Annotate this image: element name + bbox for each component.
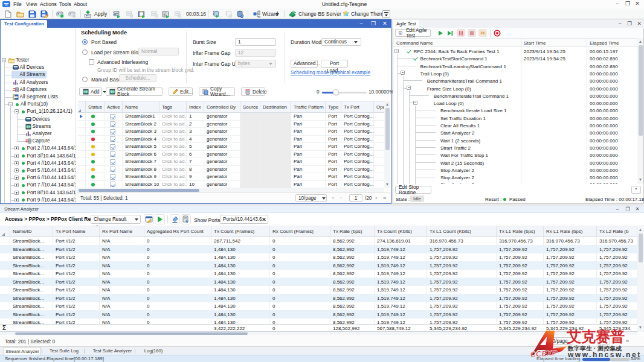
stream-col-Index[interactable]: Index xyxy=(187,101,204,113)
apply-label[interactable]: Apply xyxy=(94,8,107,19)
results-col-tx-l2-rate-b[interactable]: Tx L2 Rate (b xyxy=(597,226,637,237)
agile-row[interactable]: Benchmark Iterate Load Size 100:00:00.00… xyxy=(393,107,637,114)
skip-to-end-button[interactable] xyxy=(478,29,487,37)
results-minimize-icon[interactable]: – xyxy=(614,206,621,213)
tree-item-capture[interactable]: Capture xyxy=(1,138,76,145)
stream-col-Controlled By[interactable]: Controlled By xyxy=(204,101,240,113)
tab-test-configuration[interactable]: Test Configuration xyxy=(1,20,47,28)
tags-cell[interactable]: Click to ad... xyxy=(159,143,187,151)
tags-cell[interactable]: Click to ad... xyxy=(159,113,187,121)
results-restore-icon[interactable]: ❐ xyxy=(624,206,631,213)
run-button[interactable] xyxy=(436,29,445,37)
results-page-size-select[interactable]: 10/page xyxy=(547,337,573,345)
collapse-icon[interactable] xyxy=(14,109,19,113)
slider-handle[interactable] xyxy=(333,89,339,95)
start-results-icon[interactable] xyxy=(212,10,220,18)
inter-frame-gap-input[interactable]: 12 xyxy=(235,49,276,57)
tree-item-port-3-10-44-143-64-1-1[interactable]: Port 3//10.44.143.64/1/1 xyxy=(1,153,76,160)
results-col-tx-rate-bps-[interactable]: Tx Rate (bps) xyxy=(330,226,375,237)
expand-icon[interactable] xyxy=(14,198,19,202)
start-capture-icon[interactable]: 01 xyxy=(162,10,170,18)
stream-col-Tx Port[interactable]: Tx Port xyxy=(341,101,374,113)
results-row[interactable]: StreamBlock...Port //1/2N/A01,484,13008,… xyxy=(0,286,637,294)
panel-minimize-icon[interactable]: – xyxy=(358,19,365,28)
results-col-tx-l1-rate-bps-[interactable]: Tx L1 Rate (bps) xyxy=(497,226,544,237)
results-row[interactable]: StreamBlock...Port //1/2N/A01,484,13008,… xyxy=(0,262,637,270)
tags-cell[interactable]: Click to ad... xyxy=(159,158,187,166)
stream-col-Status[interactable]: Status xyxy=(86,101,105,113)
tree-item-all-captures[interactable]: All Captures xyxy=(1,86,76,94)
stream-col-Source[interactable]: Source xyxy=(240,101,260,113)
menu-actions[interactable]: Actions xyxy=(40,0,57,8)
start-results-run-button[interactable] xyxy=(155,214,165,224)
tags-cell[interactable]: Click to ad... xyxy=(159,136,187,144)
advanced-button[interactable]: Advanced... xyxy=(291,60,318,68)
active-checkbox[interactable] xyxy=(110,121,115,127)
tree-item-port-7-10-44-143-64-1-1[interactable]: Port 7 //10.44.143.64/1/1 xyxy=(1,182,76,189)
collapse-icon[interactable] xyxy=(8,102,13,106)
agile-scroll-up-icon[interactable] xyxy=(639,40,642,43)
scroll-down-icon[interactable] xyxy=(386,183,388,186)
menu-about[interactable]: About xyxy=(74,0,87,8)
results-col-rx-count-frames-[interactable]: Rx Count (Frames) xyxy=(270,226,330,237)
change-theme-icon[interactable] xyxy=(342,10,350,18)
results-scroll-down-icon[interactable] xyxy=(639,326,642,329)
expand-icon[interactable] xyxy=(14,183,19,187)
tree-item-port-2-10-44-143-64-1-1[interactable]: Port 2 //10.44.143.64/1/1 xyxy=(1,145,76,152)
results-col-rx-port-name[interactable]: Rx Port Name xyxy=(100,226,144,237)
results-col-name-id[interactable]: Name/ID xyxy=(10,226,53,237)
expand-icon[interactable] xyxy=(14,146,19,150)
window-restore-button[interactable]: ❐ xyxy=(623,0,632,8)
window-minimize-button[interactable]: – xyxy=(613,0,622,8)
agile-scroll-down-icon[interactable] xyxy=(639,179,642,181)
stop-port-icon[interactable] xyxy=(150,10,158,18)
stream-col-Destination[interactable]: Destination xyxy=(260,101,291,113)
stop-capture-icon[interactable] xyxy=(174,10,182,18)
load-mode-select[interactable]: Normal xyxy=(138,48,179,56)
menu-view[interactable]: View xyxy=(26,0,37,8)
agile-row[interactable]: Wait For Traffic Stop 100:00:00.000 xyxy=(393,151,637,159)
scheduling-example-link[interactable]: Scheduling mode graphical example xyxy=(291,70,370,75)
agile-minimize-icon[interactable]: – xyxy=(616,19,623,28)
expand-icon[interactable] xyxy=(14,168,19,173)
results-close-icon[interactable]: ✕ xyxy=(634,206,641,213)
agile-vthumb[interactable] xyxy=(639,45,643,136)
tree-item-devices[interactable]: Devices xyxy=(1,116,76,123)
stream-col-Type[interactable]: Type xyxy=(326,101,341,113)
tree-item-port-5-10-44-143-64-1-1[interactable]: Port 5 //10.44.143.64/1/1 xyxy=(1,167,76,174)
collapse-panel-button[interactable]: ⌃ xyxy=(631,186,641,194)
burst-size-input[interactable]: 1 xyxy=(235,38,276,46)
start-port-icon[interactable] xyxy=(138,10,146,18)
tree-item-all-ports-10-[interactable]: All Ports(10) xyxy=(1,101,76,108)
agile-row[interactable]: Clear All Results 100:00:00.000 xyxy=(393,122,637,129)
col-command-name[interactable]: Command Name xyxy=(396,40,433,46)
active-checkbox[interactable] xyxy=(110,182,115,187)
wizard-caret-icon[interactable] xyxy=(275,13,279,16)
stream-col-Active[interactable]: Active xyxy=(105,101,123,113)
collapse-icon[interactable] xyxy=(407,86,411,90)
stream-vthumb[interactable] xyxy=(385,108,390,150)
tree-item-all-segment-lists[interactable]: All Segment Lists xyxy=(1,94,76,101)
tags-cell[interactable]: Click to ad... xyxy=(159,151,187,159)
first-page-icon[interactable]: « xyxy=(332,195,335,201)
active-checkbox[interactable] xyxy=(110,129,115,135)
results-row[interactable]: StreamBlock...Port //1/2N/A01,484,13008,… xyxy=(0,246,637,254)
agile-row[interactable]: RFC 2544: Back To Back Frames Test 12023… xyxy=(393,48,637,55)
agile-row[interactable]: Strart Traffic 200:00:00.000 xyxy=(393,144,637,151)
expand-icon[interactable] xyxy=(14,154,19,158)
tree-item-tester[interactable]: Tester xyxy=(1,57,76,64)
results-row[interactable]: StreamBlock...Port //1/2N/A01,484,13008,… xyxy=(0,294,637,303)
active-checkbox[interactable] xyxy=(110,167,115,172)
stream-row[interactable]: StreamBlock1Click to ad...1generatorPari… xyxy=(78,113,385,121)
active-checkbox[interactable] xyxy=(110,114,115,119)
save-as-icon[interactable] xyxy=(40,10,48,18)
wizard-icon[interactable] xyxy=(253,10,261,18)
results-row[interactable]: StreamBlock...Port //1/2N/A01,484,13008,… xyxy=(0,278,637,287)
expand-icon[interactable] xyxy=(14,176,19,180)
clear-results-button[interactable] xyxy=(170,214,180,224)
results-tab-log-160-[interactable]: Log(160) xyxy=(140,347,167,355)
tags-cell[interactable]: Click to ad... xyxy=(159,121,187,129)
collapse-icon[interactable] xyxy=(401,71,405,75)
tree-item-analyzer[interactable]: Analyzer xyxy=(1,130,76,138)
results-tab-test-suite-log[interactable]: Test Suite Log xyxy=(47,347,81,355)
